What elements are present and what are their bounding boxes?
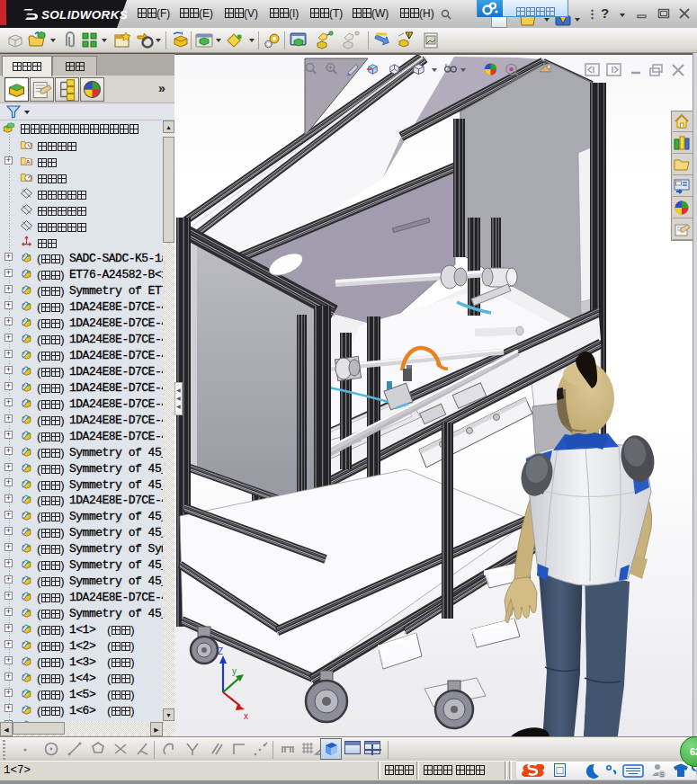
svg-text:Z: Z: [218, 646, 223, 656]
svg-text:S: S: [660, 771, 665, 778]
svg-text:x: x: [244, 711, 248, 721]
svg-text:6: 6: [445, 64, 448, 68]
svg-text:y: y: [232, 666, 237, 676]
svg-text:A: A: [26, 158, 31, 165]
svg-text:!: !: [408, 32, 410, 39]
